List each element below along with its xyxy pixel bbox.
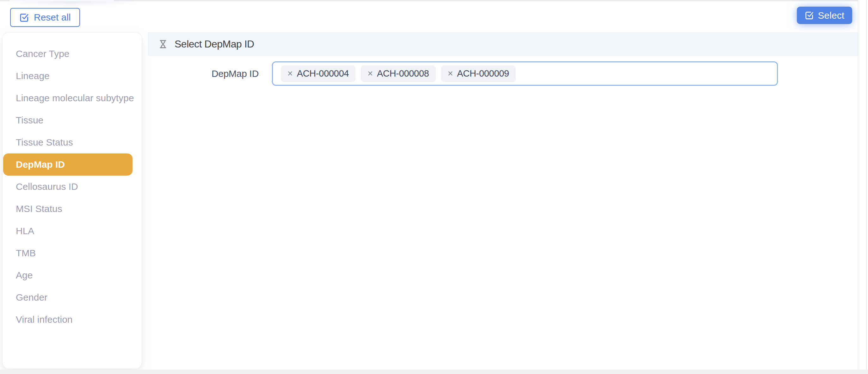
tag-remove-icon[interactable]: × xyxy=(448,69,453,78)
tag-ach-000009: × ACH-000009 xyxy=(441,65,516,82)
depmap-id-field-label: DepMap ID xyxy=(148,68,259,79)
tag-label: ACH-000009 xyxy=(457,68,509,79)
sidebar-item-label: Gender xyxy=(16,292,48,304)
panel-top-shadow xyxy=(3,1,141,7)
checkbox-check-icon xyxy=(19,13,29,23)
panel-title: Select DepMap ID xyxy=(175,38,254,50)
sidebar-item-cellosaurus-id[interactable]: Cellosaurus ID xyxy=(3,176,142,198)
sidebar-item-label: Tissue Status xyxy=(16,137,73,148)
select-button[interactable]: Select xyxy=(797,7,852,24)
sidebar-item-label: Tissue xyxy=(16,115,43,126)
panel-header: Select DepMap ID xyxy=(148,32,858,56)
select-label: Select xyxy=(818,10,844,21)
reset-all-button[interactable]: Reset all xyxy=(10,8,80,27)
sidebar-item-label: Viral infection xyxy=(16,314,73,325)
sidebar-item-label: TMB xyxy=(16,248,36,259)
bottom-edge-strip xyxy=(0,370,868,374)
hourglass-icon xyxy=(159,39,167,49)
tag-ach-000008: × ACH-000008 xyxy=(361,65,435,82)
depmap-id-tag-input[interactable]: × ACH-000004 × ACH-000008 × ACH-000009 xyxy=(272,61,778,86)
sidebar-item-tissue[interactable]: Tissue xyxy=(3,109,142,131)
sidebar-item-hla[interactable]: HLA xyxy=(3,220,142,242)
sidebar-item-label: HLA xyxy=(16,225,34,237)
sidebar-item-gender[interactable]: Gender xyxy=(3,286,142,309)
reset-all-label: Reset all xyxy=(34,12,71,23)
sidebar-item-cancer-type[interactable]: Cancer Type xyxy=(3,43,142,65)
sidebar-item-label: Lineage xyxy=(16,70,50,82)
sidebar-item-lineage[interactable]: Lineage xyxy=(3,65,142,87)
sidebar-item-age[interactable]: Age xyxy=(3,264,142,286)
scrollbar-track[interactable] xyxy=(858,0,868,374)
sidebar-item-viral-infection[interactable]: Viral infection xyxy=(3,309,142,330)
sidebar-item-msi-status[interactable]: MSI Status xyxy=(3,198,142,220)
sidebar-item-tissue-status[interactable]: Tissue Status xyxy=(3,131,142,153)
sidebar-item-label: MSI Status xyxy=(16,203,62,215)
sidebar-item-label: Cellosaurus ID xyxy=(16,181,78,193)
filter-sidebar: Cancer Type Lineage Lineage molecular su… xyxy=(3,33,142,369)
tag-remove-icon[interactable]: × xyxy=(367,69,373,78)
checkbox-check-icon xyxy=(805,11,814,20)
sidebar-item-label: Age xyxy=(16,269,33,281)
sidebar-item-label: Lineage molecular subytype xyxy=(16,92,134,104)
sidebar-item-depmap-id[interactable]: DepMap ID xyxy=(3,153,132,176)
tag-label: ACH-000008 xyxy=(377,68,429,79)
tag-ach-000004: × ACH-000004 xyxy=(281,65,355,82)
depmap-id-field-row: DepMap ID × ACH-000004 × ACH-000008 × AC… xyxy=(148,61,858,86)
sidebar-item-label: DepMap ID xyxy=(16,159,65,171)
sidebar-item-tmb[interactable]: TMB xyxy=(3,242,142,264)
tag-label: ACH-000004 xyxy=(297,68,349,79)
sidebar-item-label: Cancer Type xyxy=(16,48,69,60)
sidebar-item-lineage-molecular-subtype[interactable]: Lineage molecular subytype xyxy=(3,87,142,109)
tag-remove-icon[interactable]: × xyxy=(287,69,293,78)
